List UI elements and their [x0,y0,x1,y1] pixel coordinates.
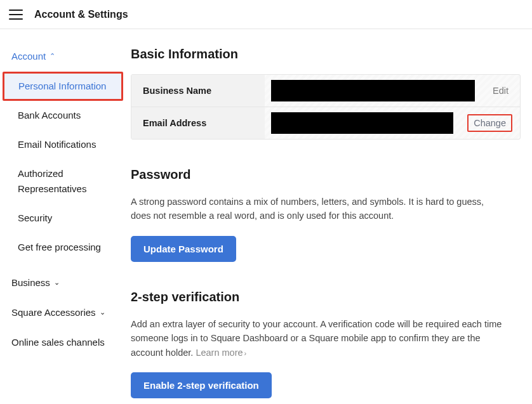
edit-business-name-link[interactable]: Edit [489,84,512,97]
password-desc: A strong password contains a mix of numb… [131,195,505,223]
enable-two-step-button[interactable]: Enable 2-step verification [131,372,272,398]
email-address-value [265,107,460,139]
sidebar-header-business[interactable]: Business ⌄ [0,273,127,292]
chevron-right-icon: › [244,349,247,357]
sidebar-header-label: Business [11,277,50,288]
sidebar-group-account: Account ⌃ Personal Information Bank Acco… [0,47,127,262]
sidebar-header-label: Online sales channels [11,337,105,348]
learn-more-link[interactable]: Learn more› [196,348,246,358]
chevron-down-icon: ⌄ [54,279,60,286]
two-step-desc-text: Add an extra layer of security to your a… [131,319,502,358]
sidebar-group-business: Business ⌄ [0,273,127,292]
topbar: Account & Settings [0,0,532,29]
sidebar-item-authorized-representatives[interactable]: Authorized Representatives [0,159,127,204]
page-title: Account & Settings [34,9,128,20]
sidebar-group-online-sales-channels: Online sales channels [0,333,127,351]
business-name-value [265,75,481,107]
hamburger-icon[interactable] [9,10,23,20]
sidebar-header-label: Account [11,51,46,62]
sidebar-header-label: Square Accessories [11,307,96,318]
update-password-button[interactable]: Update Password [131,236,236,262]
chevron-up-icon: ⌃ [50,53,55,60]
sidebar-header-online-sales-channels[interactable]: Online sales channels [0,333,127,351]
email-address-label: Email Address [131,107,265,139]
sidebar: Account ⌃ Personal Information Bank Acco… [0,29,127,404]
sidebar-header-account[interactable]: Account ⌃ [0,47,127,65]
sidebar-item-personal-information[interactable]: Personal Information [3,72,123,101]
two-step-section: 2-step verification Add an extra layer o… [131,290,521,398]
sidebar-group-square-accessories: Square Accessories ⌄ [0,303,127,322]
redacted-value [271,80,475,101]
two-step-title: 2-step verification [131,290,521,304]
basic-information-box: Business Name Edit Email Address Change [131,74,521,140]
sidebar-item-email-notifications[interactable]: Email Notifications [0,130,127,159]
table-row: Business Name Edit [131,75,520,107]
change-email-link[interactable]: Change [467,114,512,132]
sidebar-header-square-accessories[interactable]: Square Accessories ⌄ [0,303,127,322]
sidebar-item-get-free-processing[interactable]: Get free processing [0,233,127,262]
basic-information-title: Basic Information [131,47,521,62]
two-step-desc: Add an extra layer of security to your a… [131,317,505,360]
redacted-value [271,112,453,134]
password-section: Password A strong password contains a mi… [131,167,521,262]
sidebar-item-bank-accounts[interactable]: Bank Accounts [0,101,127,130]
main-content: Basic Information Business Name Edit Ema… [127,29,532,404]
password-title: Password [131,167,521,182]
business-name-label: Business Name [131,75,265,107]
table-row: Email Address Change [131,107,520,139]
chevron-down-icon: ⌄ [100,309,105,316]
sidebar-item-security[interactable]: Security [0,204,127,233]
learn-more-label: Learn more [196,348,243,358]
